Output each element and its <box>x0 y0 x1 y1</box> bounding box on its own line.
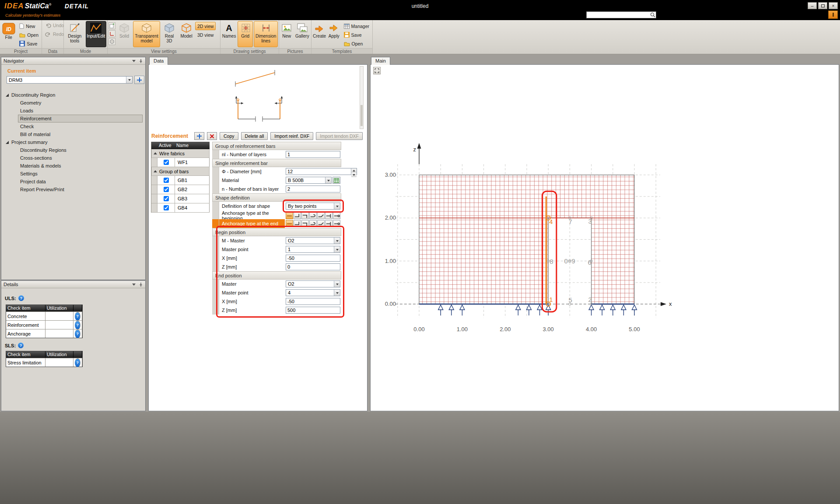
new-button[interactable]: New <box>17 22 41 30</box>
help-icon[interactable] <box>18 343 24 348</box>
axes-button[interactable] <box>108 30 116 37</box>
search-icon[interactable] <box>650 12 656 18</box>
help-icon[interactable] <box>18 295 24 301</box>
begin-anchorage-straight-icon[interactable] <box>286 212 293 219</box>
active-checkbox-gb2[interactable] <box>164 187 169 192</box>
help-icon[interactable] <box>75 312 80 321</box>
begin-x-input[interactable] <box>286 255 340 262</box>
design-tools-button[interactable]: Design tools <box>65 21 85 47</box>
help-icon[interactable] <box>75 329 80 338</box>
begin-anchorage-headed-icon[interactable] <box>333 212 340 219</box>
tree-item-loads[interactable]: Loads <box>18 107 145 115</box>
bar-row-wf1[interactable]: WF1 <box>151 158 210 167</box>
open-button[interactable]: Open <box>17 31 41 39</box>
bar-row-gb3[interactable]: GB3 <box>151 194 210 203</box>
template-create-button[interactable]: Create <box>312 21 326 47</box>
tree-item-settings[interactable]: Settings <box>18 170 145 178</box>
diameter-input[interactable] <box>286 168 351 175</box>
tree-item-check[interactable]: Check <box>18 122 145 130</box>
dimension-lines-button[interactable]: Dimension lines <box>254 21 278 47</box>
search-input[interactable] <box>587 12 650 18</box>
minimize-button[interactable]: – <box>808 2 817 9</box>
tab-main[interactable]: Main <box>371 57 390 65</box>
bar-row-gb1[interactable]: GB1 <box>151 176 210 185</box>
end-x-input[interactable] <box>286 298 340 305</box>
copy-button[interactable]: Copy <box>220 132 238 140</box>
isometry-button[interactable] <box>108 38 116 45</box>
spin-up-icon[interactable] <box>351 168 357 173</box>
tree-item-report-preview-print[interactable]: Report Preview/Print <box>18 186 145 193</box>
input-edit-button[interactable]: Input/Edit <box>86 21 106 47</box>
end-anchorage-headed-icon[interactable] <box>333 220 340 227</box>
bars-in-layer-input[interactable] <box>286 186 340 192</box>
import-reinf-dxf-button[interactable]: Import reinf. DXF <box>270 132 313 140</box>
view-2d-button[interactable]: 2D view <box>195 22 216 30</box>
undo-button[interactable]: Undo <box>43 21 66 29</box>
begin-anchorage-hook-up-icon[interactable] <box>294 212 301 219</box>
collapse-caret-icon[interactable] <box>154 170 157 172</box>
end-anchorage-bend-45-icon[interactable] <box>317 220 325 227</box>
tree-item-cross-sections[interactable]: Cross-sections <box>18 154 145 162</box>
delete-reinforcement-button[interactable] <box>207 132 217 140</box>
expander-icon[interactable] <box>6 141 9 144</box>
tree-item-geometry[interactable]: Geometry <box>18 99 145 107</box>
save-button[interactable]: Save <box>17 39 41 48</box>
add-item-button[interactable] <box>134 76 144 84</box>
layers-input[interactable] <box>286 151 340 158</box>
bar-row-gb2[interactable]: GB2 <box>151 185 210 194</box>
import-tendon-dxf-button[interactable]: Import tendon DXF <box>316 132 363 140</box>
names-button[interactable]: A Names <box>221 21 237 47</box>
bar-group-wire-fabrics[interactable]: Wire fabrics <box>151 149 210 158</box>
collapse-icon[interactable] <box>132 284 136 286</box>
tree-item-reinforcement[interactable]: Reinforcement <box>18 115 143 122</box>
active-checkbox-wf1[interactable] <box>164 160 169 165</box>
bar-row-gb4[interactable]: GB4 <box>151 203 210 213</box>
pin-icon[interactable] <box>139 282 143 287</box>
active-checkbox-gb3[interactable] <box>164 196 169 201</box>
begin-anchorage-plate-icon[interactable] <box>325 212 332 219</box>
collapse-icon[interactable] <box>132 60 136 62</box>
model-button[interactable]: Model <box>178 21 194 47</box>
fit-view-button[interactable] <box>373 67 381 74</box>
spin-down-icon[interactable] <box>351 173 357 177</box>
grid-button[interactable]: Grid <box>238 21 253 47</box>
redo-button[interactable]: Redo <box>43 30 66 38</box>
end-anchorage-hook-down-icon[interactable] <box>301 220 309 227</box>
file-button[interactable]: ID File <box>1 21 16 47</box>
collapse-caret-icon[interactable] <box>154 152 157 154</box>
view-3d-button[interactable]: 3D view <box>195 31 216 39</box>
close-button[interactable]: × <box>829 2 838 9</box>
shape-definition-select[interactable]: By two points <box>286 203 340 210</box>
begin-anchorage-bend-45-icon[interactable] <box>317 212 325 219</box>
real-3d-button[interactable]: Real 3D <box>161 21 178 47</box>
end-anchorage-hook-up-icon[interactable] <box>294 220 301 227</box>
maximize-button[interactable] <box>818 2 827 9</box>
main-drawing[interactable]: xz47380=961520.001.002.003.000.001.002.0… <box>371 65 839 411</box>
expander-icon[interactable] <box>6 94 9 97</box>
help-icon[interactable] <box>75 358 80 367</box>
bar-group-group-of-bars[interactable]: Group of bars <box>151 167 210 176</box>
active-checkbox-gb1[interactable] <box>164 178 169 183</box>
begin-z-input[interactable] <box>286 263 340 270</box>
tree-section-project-summary[interactable]: Project summary <box>1 138 145 146</box>
delete-all-button[interactable]: Delete all <box>241 132 268 140</box>
end-anchorage-plate-icon[interactable] <box>325 220 332 227</box>
begin-master-select[interactable]: O2 <box>286 237 340 244</box>
picture-new-button[interactable]: New <box>280 21 294 47</box>
tree-item-bill-of-material[interactable]: Bill of material <box>18 130 145 138</box>
scrollbar-thumb[interactable] <box>360 105 363 126</box>
app-menu-button[interactable] <box>828 10 838 19</box>
end-master-select[interactable]: O2 <box>286 280 340 287</box>
active-checkbox-gb4[interactable] <box>164 205 169 210</box>
begin-anchorage-hook-down-icon[interactable] <box>301 212 309 219</box>
pin-icon[interactable] <box>139 59 143 63</box>
tree-item-discontinuity-regions[interactable]: Discontinuity Regions <box>18 146 145 154</box>
add-reinforcement-button[interactable] <box>194 132 204 140</box>
template-save-button[interactable]: Save <box>342 31 371 39</box>
begin-master-point-select[interactable]: 1 <box>286 246 340 253</box>
end-anchorage-straight-icon[interactable] <box>286 220 293 227</box>
template-manager-button[interactable]: Manager <box>342 22 371 30</box>
add-view-button[interactable] <box>108 22 116 29</box>
gallery-button[interactable]: Gallery <box>294 21 310 47</box>
tree-item-project-data[interactable]: Project data <box>18 178 145 186</box>
